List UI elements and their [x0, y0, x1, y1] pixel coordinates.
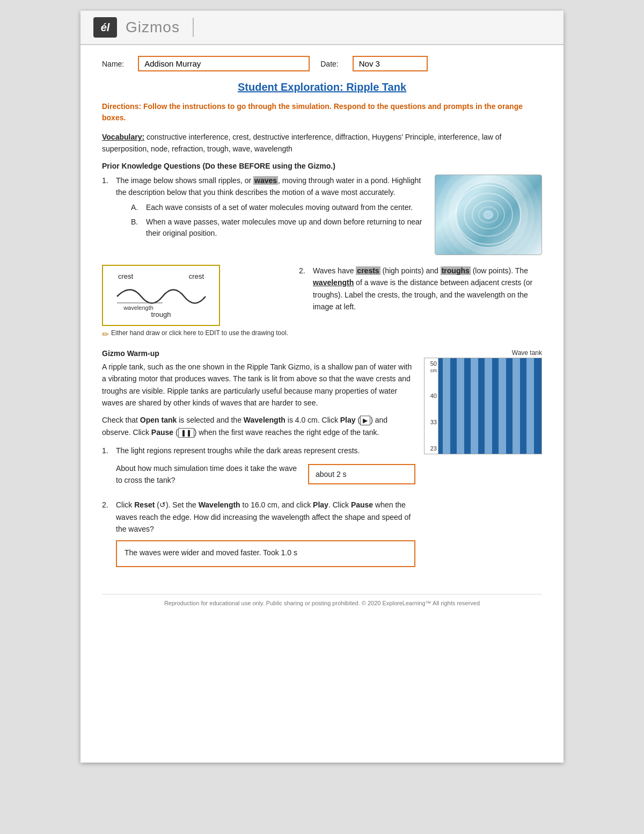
svg-rect-12 [499, 358, 506, 454]
svg-text:wavelength: wavelength [123, 304, 153, 311]
crest-left-label: crest [118, 272, 133, 280]
gizmo-layout: Gizmo Warm-up A ripple tank, such as the… [102, 349, 542, 573]
q1-number: 1. [102, 175, 112, 255]
gizmo-q1-subq: About how much simulation time does it t… [116, 462, 303, 487]
wave-diagram-box: crest crest wavelength trough [102, 265, 220, 326]
wave-shape-svg: wavelength [114, 280, 208, 313]
q1-opt-a-text: Each wave consists of a set of water mol… [146, 202, 413, 213]
y-label-50: 50cm [426, 360, 437, 373]
q1-option-a: A. Each wave consists of a set of water … [131, 202, 426, 213]
q1-content: The image below shows small ripples, or … [116, 175, 542, 255]
wavelength-label: Wavelength [244, 416, 286, 424]
wave-diagram-section: crest crest wavelength trough [102, 265, 542, 339]
footer: Reproduction for educational use only. P… [102, 594, 542, 606]
wave-diagram-left: crest crest wavelength trough [102, 265, 288, 339]
q1-option-b: B. When a wave passes, water molecules m… [131, 216, 426, 239]
q2-content: Waves have crests (high points) and trou… [313, 265, 542, 313]
play-label: Play [340, 416, 356, 424]
content-area: Name: Date: Student Exploration: Ripple … [80, 45, 564, 583]
gizmo-q1-content: The light regions represent troughs whil… [116, 445, 415, 491]
vocab-label: Vocabulary: [102, 133, 144, 141]
gizmo-instruction: Check that Open tank is selected and the… [102, 414, 415, 438]
q2-text3: (low points). The [471, 266, 528, 275]
gizmo-description: A ripple tank, such as the one shown in … [102, 361, 415, 409]
open-tank-label: Open tank [140, 416, 177, 424]
footer-text: Reproduction for educational use only. P… [164, 600, 480, 606]
trough-label: trough [113, 310, 209, 318]
svg-rect-11 [485, 358, 492, 454]
gizmo-q1-number: 1. [102, 445, 112, 491]
q2-wavelength-word: wavelength [313, 278, 354, 287]
gizmo-q1-text: The light regions represent troughs whil… [116, 445, 415, 456]
wave-tank-title: Wave tank [424, 349, 542, 357]
q1-highlight-word: waves [253, 176, 278, 185]
q1-options: A. Each wave consists of a set of water … [131, 202, 426, 239]
date-input[interactable] [353, 56, 428, 71]
play-symbol: ▶ [360, 416, 370, 425]
wave-tank-box: Wave tank 50cm 40 33 23 [424, 349, 542, 573]
main-title: Student Exploration: Ripple Tank [102, 81, 542, 93]
gizmo-q2-content: Click Reset (↺). Set the Wavelength to 1… [116, 499, 415, 567]
gizmo-q1: 1. The light regions represent troughs w… [102, 445, 415, 491]
svg-rect-13 [513, 358, 520, 454]
name-label: Name: [102, 60, 124, 68]
gizmo-q2-text-start: Click [116, 501, 134, 509]
gizmo-q2-play-word: Play [313, 501, 328, 509]
header: él Gizmos [80, 11, 564, 45]
crest-right-label: crest [189, 272, 204, 280]
svg-rect-14 [526, 358, 534, 454]
gizmo-q2-reset-word: Reset [134, 501, 155, 509]
gizmo-q2-pause-word: Pause [351, 501, 373, 509]
directions-text: Directions: Follow the instructions to g… [102, 101, 542, 124]
wave-diagram-inner: crest crest wavelength trough [113, 272, 209, 318]
pk-heading-bold: Prior Knowledge Questions [102, 162, 201, 170]
q2-crests-word: crests [356, 266, 380, 275]
vocab-terms: constructive interference, crest, destru… [102, 133, 502, 153]
header-divider [193, 18, 194, 37]
q1-opt-b-label: B. [131, 216, 142, 239]
svg-rect-10 [471, 358, 478, 454]
wave-tank-content [438, 358, 541, 454]
wave-circles-decoration [435, 175, 541, 255]
wave-tank-chart: 50cm 40 33 23 [424, 358, 542, 454]
q2-text-area: 2. Waves have crests (high points) and t… [299, 265, 542, 318]
q1-opt-a-label: A. [131, 202, 142, 213]
q2-troughs-word: troughs [441, 266, 471, 275]
name-date-row: Name: Date: [102, 56, 542, 71]
wave-edit-hint: ✏ Either hand draw or click here to EDIT… [102, 329, 288, 339]
q2-text2: (high points) and [380, 266, 441, 275]
q1-opt-b-text: When a wave passes, water molecules move… [146, 216, 426, 239]
prior-knowledge-heading: Prior Knowledge Questions (Do these BEFO… [102, 162, 542, 170]
q1-text: The image below shows small ripples, or … [116, 175, 426, 255]
pk-heading-normal: (Do these BEFORE using the Gizmo.) [202, 162, 335, 170]
vocabulary-section: Vocabulary: constructive interference, c… [102, 131, 542, 155]
gizmo-q2-wavelength-word: Wavelength [199, 501, 240, 509]
y-label-33: 33 [426, 419, 437, 425]
q2-number: 2. [299, 265, 309, 313]
name-input[interactable] [138, 56, 310, 71]
q2-text-start: Waves have [313, 266, 356, 275]
svg-rect-9 [457, 358, 464, 454]
document-page: él Gizmos Name: Date: Student Exploratio… [80, 11, 564, 763]
pause-symbol: ❚❚ [178, 428, 194, 438]
crest-labels: crest crest [113, 272, 209, 280]
q1-layout: The image below shows small ripples, or … [116, 175, 542, 255]
wave-hint-text: Either hand draw or click here to EDIT t… [111, 329, 288, 337]
gizmo-q2-text: Click Reset (↺). Set the Wavelength to 1… [116, 499, 415, 535]
q2-item: 2. Waves have crests (high points) and t… [299, 265, 542, 313]
gizmo-q2: 2. Click Reset (↺). Set the Wavelength t… [102, 499, 415, 567]
gizmo-q2-number: 2. [102, 499, 112, 567]
q1-text-start: The image below shows small ripples, or [116, 176, 253, 185]
gizmo-q2-answer-box: The waves were wider and moved faster. T… [116, 540, 415, 567]
wave-tank-svg [438, 358, 541, 454]
y-label-23: 23 [426, 445, 437, 452]
svg-rect-8 [443, 358, 450, 454]
y-label-40: 40 [426, 393, 437, 399]
gizmo-heading: Gizmo Warm-up [102, 349, 415, 358]
gizmo-warmup-section: Gizmo Warm-up A ripple tank, such as the… [102, 349, 542, 573]
pause-label: Pause [151, 428, 173, 437]
gizmo-q1-answer-row: About how much simulation time does it t… [116, 462, 415, 487]
date-label: Date: [320, 60, 338, 68]
gizmo-text-area: Gizmo Warm-up A ripple tank, such as the… [102, 349, 415, 573]
pencil-icon: ✏ [102, 329, 109, 339]
